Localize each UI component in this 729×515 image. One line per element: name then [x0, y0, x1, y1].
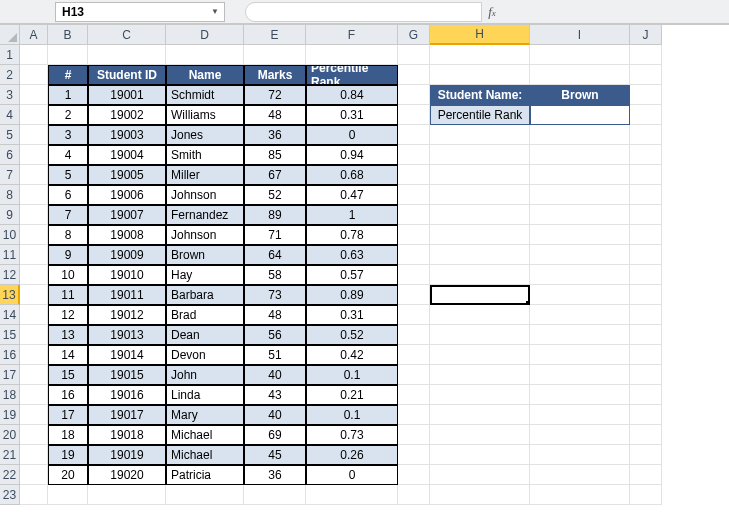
empty-cell[interactable] — [166, 485, 244, 505]
empty-cell[interactable] — [20, 105, 48, 125]
row-head-15[interactable]: 15 — [0, 325, 20, 345]
empty-cell[interactable] — [630, 265, 662, 285]
row-head-10[interactable]: 10 — [0, 225, 20, 245]
empty-cell[interactable] — [530, 245, 630, 265]
empty-cell[interactable] — [398, 85, 430, 105]
empty-cell[interactable] — [398, 225, 430, 245]
empty-cell[interactable] — [630, 305, 662, 325]
row-head-4[interactable]: 4 — [0, 105, 20, 125]
row-head-12[interactable]: 12 — [0, 265, 20, 285]
row-head-13[interactable]: 13 — [0, 285, 20, 305]
formula-input[interactable] — [502, 2, 721, 22]
empty-cell[interactable] — [20, 425, 48, 445]
empty-cell[interactable] — [530, 405, 630, 425]
empty-cell[interactable] — [48, 45, 88, 65]
col-head-H[interactable]: H — [430, 25, 530, 45]
empty-cell[interactable] — [530, 145, 630, 165]
empty-cell[interactable] — [630, 365, 662, 385]
empty-cell[interactable] — [630, 85, 662, 105]
name-box-dropdown-icon[interactable]: ▼ — [208, 5, 222, 19]
empty-cell[interactable] — [430, 165, 530, 185]
empty-cell[interactable] — [630, 205, 662, 225]
empty-cell[interactable] — [530, 285, 630, 305]
col-head-A[interactable]: A — [20, 25, 48, 45]
empty-cell[interactable] — [630, 345, 662, 365]
empty-cell[interactable] — [630, 225, 662, 245]
empty-cell[interactable] — [166, 45, 244, 65]
empty-cell[interactable] — [530, 125, 630, 145]
empty-cell[interactable] — [20, 325, 48, 345]
empty-cell[interactable] — [20, 345, 48, 365]
empty-cell[interactable] — [398, 345, 430, 365]
empty-cell[interactable] — [430, 485, 530, 505]
empty-cell[interactable] — [530, 325, 630, 345]
row-head-9[interactable]: 9 — [0, 205, 20, 225]
empty-cell[interactable] — [630, 65, 662, 85]
empty-cell[interactable] — [530, 165, 630, 185]
row-head-5[interactable]: 5 — [0, 125, 20, 145]
empty-cell[interactable] — [430, 325, 530, 345]
empty-cell[interactable] — [398, 125, 430, 145]
empty-cell[interactable] — [430, 245, 530, 265]
empty-cell[interactable] — [306, 485, 398, 505]
empty-cell[interactable] — [306, 45, 398, 65]
empty-cell[interactable] — [430, 125, 530, 145]
empty-cell[interactable] — [20, 85, 48, 105]
empty-cell[interactable] — [630, 125, 662, 145]
row-head-16[interactable]: 16 — [0, 345, 20, 365]
empty-cell[interactable] — [530, 205, 630, 225]
selected-cell[interactable] — [430, 285, 530, 305]
empty-cell[interactable] — [630, 285, 662, 305]
empty-cell[interactable] — [20, 265, 48, 285]
empty-cell[interactable] — [398, 385, 430, 405]
row-head-7[interactable]: 7 — [0, 165, 20, 185]
empty-cell[interactable] — [630, 185, 662, 205]
empty-cell[interactable] — [398, 485, 430, 505]
empty-cell[interactable] — [530, 305, 630, 325]
empty-cell[interactable] — [20, 45, 48, 65]
col-head-E[interactable]: E — [244, 25, 306, 45]
empty-cell[interactable] — [430, 405, 530, 425]
empty-cell[interactable] — [398, 465, 430, 485]
empty-cell[interactable] — [530, 265, 630, 285]
empty-cell[interactable] — [398, 205, 430, 225]
empty-cell[interactable] — [20, 405, 48, 425]
empty-cell[interactable] — [530, 465, 630, 485]
empty-cell[interactable] — [20, 65, 48, 85]
empty-cell[interactable] — [430, 465, 530, 485]
empty-cell[interactable] — [398, 365, 430, 385]
spreadsheet-grid[interactable]: ABCDEFGHIJ12#Student IDNameMarksPercenti… — [0, 24, 729, 505]
empty-cell[interactable] — [398, 285, 430, 305]
empty-cell[interactable] — [398, 165, 430, 185]
fx-icon[interactable]: fx — [488, 4, 496, 20]
col-head-G[interactable]: G — [398, 25, 430, 45]
empty-cell[interactable] — [88, 45, 166, 65]
col-head-I[interactable]: I — [530, 25, 630, 45]
col-head-F[interactable]: F — [306, 25, 398, 45]
empty-cell[interactable] — [630, 325, 662, 345]
row-head-1[interactable]: 1 — [0, 45, 20, 65]
empty-cell[interactable] — [430, 225, 530, 245]
empty-cell[interactable] — [398, 265, 430, 285]
empty-cell[interactable] — [430, 45, 530, 65]
empty-cell[interactable] — [630, 165, 662, 185]
empty-cell[interactable] — [48, 485, 88, 505]
empty-cell[interactable] — [244, 485, 306, 505]
row-head-17[interactable]: 17 — [0, 365, 20, 385]
empty-cell[interactable] — [530, 185, 630, 205]
empty-cell[interactable] — [530, 445, 630, 465]
empty-cell[interactable] — [430, 345, 530, 365]
row-head-19[interactable]: 19 — [0, 405, 20, 425]
empty-cell[interactable] — [398, 105, 430, 125]
empty-cell[interactable] — [430, 385, 530, 405]
row-head-8[interactable]: 8 — [0, 185, 20, 205]
empty-cell[interactable] — [20, 145, 48, 165]
empty-cell[interactable] — [244, 45, 306, 65]
row-head-14[interactable]: 14 — [0, 305, 20, 325]
name-box[interactable]: H13 ▼ — [55, 2, 225, 22]
empty-cell[interactable] — [630, 485, 662, 505]
row-head-6[interactable]: 6 — [0, 145, 20, 165]
empty-cell[interactable] — [20, 365, 48, 385]
empty-cell[interactable] — [530, 365, 630, 385]
empty-cell[interactable] — [20, 165, 48, 185]
